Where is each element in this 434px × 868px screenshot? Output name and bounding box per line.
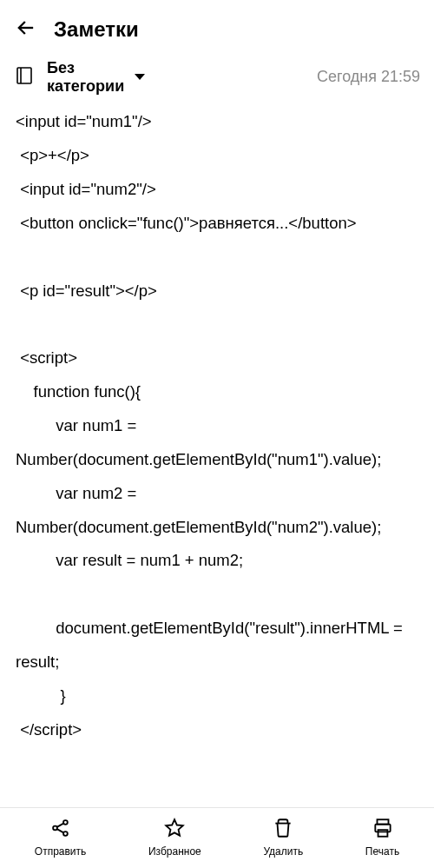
print-label: Печать <box>365 845 399 858</box>
note-line: </script> <box>16 713 418 747</box>
note-line: <script> <box>16 341 418 375</box>
star-icon <box>163 817 186 842</box>
note-line: var num2 = Number(document.getElementByI… <box>16 477 418 545</box>
favorite-button[interactable]: Избранное <box>148 817 201 858</box>
page-title: Заметки <box>54 17 139 42</box>
note-line: var num1 = Number(document.getElementByI… <box>16 409 418 477</box>
note-line: <button onclick="func()">равняется...</b… <box>16 207 418 241</box>
note-line: <p>+</p> <box>16 139 418 173</box>
share-icon <box>49 817 72 842</box>
svg-rect-9 <box>378 830 387 837</box>
back-arrow-icon[interactable] <box>14 16 38 43</box>
category-label: Безкатегории <box>47 59 124 95</box>
category-dropdown[interactable]: Безкатегории <box>47 59 145 95</box>
app-header: Заметки <box>0 0 434 54</box>
note-line: document.getElementById("result").innerH… <box>16 612 418 679</box>
favorite-label: Избранное <box>148 845 201 858</box>
print-button[interactable]: Печать <box>365 817 399 858</box>
note-line: } <box>16 679 418 713</box>
send-label: Отправить <box>35 845 87 858</box>
svg-point-4 <box>63 832 68 836</box>
bottom-toolbar: Отправить Избранное Удалить Печать <box>0 807 434 868</box>
note-line: var result = num1 + num2; <box>16 544 418 578</box>
delete-label: Удалить <box>263 845 303 858</box>
note-meta-row: Безкатегории Сегодня 21:59 <box>0 54 434 102</box>
delete-button[interactable]: Удалить <box>263 817 303 858</box>
chevron-down-icon <box>135 74 145 80</box>
note-line: <p id="result"></p> <box>16 275 418 308</box>
svg-point-2 <box>53 826 57 831</box>
note-line: <input id="num1"/> <box>16 105 418 139</box>
note-line <box>16 308 418 341</box>
note-line: <input id="num2"/> <box>16 173 418 207</box>
svg-rect-0 <box>17 68 31 83</box>
send-button[interactable]: Отправить <box>35 817 87 858</box>
note-line <box>16 241 418 275</box>
note-content[interactable]: <input id="num1"/> <p>+</p> <input id="n… <box>0 102 434 807</box>
svg-line-6 <box>56 829 63 832</box>
timestamp-label: Сегодня 21:59 <box>317 68 420 86</box>
svg-point-3 <box>63 820 68 825</box>
svg-line-5 <box>56 824 63 827</box>
trash-icon <box>272 817 294 842</box>
note-line: function func(){ <box>16 375 418 409</box>
notebook-icon[interactable] <box>14 65 35 89</box>
printer-icon <box>372 817 394 842</box>
note-line <box>16 578 418 612</box>
